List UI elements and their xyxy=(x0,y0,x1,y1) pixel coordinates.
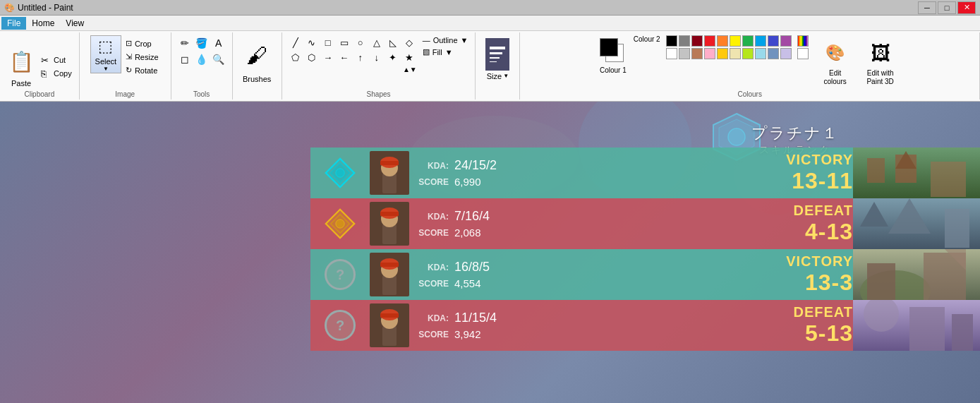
maximize-button[interactable]: □ xyxy=(938,1,956,14)
swatch-cornflower[interactable] xyxy=(768,48,779,59)
outline-dropdown[interactable]: ▼ xyxy=(461,36,468,44)
matches-container: KDA: 24/15/2 SCORE 6,990 VICTORY 13-11 xyxy=(310,148,980,351)
swatch-black[interactable] xyxy=(666,35,677,47)
swatch-gray[interactable] xyxy=(679,35,690,47)
swatch-darkred[interactable] xyxy=(691,35,703,47)
swatch-lavender[interactable] xyxy=(780,48,792,59)
swatch-indigo[interactable] xyxy=(768,35,779,47)
edit-paint3d-button[interactable]: 🖼 Edit with Paint 3D xyxy=(859,35,902,88)
fill-tool[interactable]: 🪣 xyxy=(194,35,210,51)
swatch-red[interactable] xyxy=(704,35,715,47)
match-row-3[interactable]: ? KDA: 16/8/5 SCORE 4,554 xyxy=(310,249,980,300)
ellipse-tool[interactable]: ○ xyxy=(353,35,368,49)
copy-button[interactable]: ⎘ Copy xyxy=(40,68,73,80)
paste-label: Paste xyxy=(11,79,31,88)
match-1-result-score: 13-11 xyxy=(792,168,853,194)
right-arrow-tool[interactable]: → xyxy=(320,50,336,64)
swatch-rainbow[interactable] xyxy=(797,35,809,47)
swatch-brown[interactable] xyxy=(691,48,703,59)
down-arrow-tool[interactable]: ↓ xyxy=(369,50,385,64)
fill-button[interactable]: ▧ Fill ▼ xyxy=(421,47,470,57)
cut-icon: ✂ xyxy=(41,55,52,66)
color-picker-tool[interactable]: 💧 xyxy=(194,52,210,67)
brushes-button[interactable]: 🖌 Brushes xyxy=(238,35,275,85)
cut-button[interactable]: ✂ Cut xyxy=(40,54,73,66)
paste-button[interactable]: 📋 Paste xyxy=(6,44,37,89)
menu-home[interactable]: Home xyxy=(26,17,60,30)
magnify-tool[interactable]: 🔍 xyxy=(211,52,226,67)
size-button[interactable]: Size ▼ xyxy=(481,35,514,83)
canvas-area[interactable]: プラチナ１ スキルランク xyxy=(0,102,980,403)
size-group: Size ▼ xyxy=(476,32,520,100)
svg-rect-9 xyxy=(382,174,397,193)
swatch-green[interactable] xyxy=(742,35,754,47)
match-1-result: VICTORY 13-11 xyxy=(786,152,853,194)
rect-tool[interactable]: □ xyxy=(320,35,336,49)
swatch-lightblue[interactable] xyxy=(755,48,766,59)
rotate-button[interactable]: ↻ Rotate xyxy=(124,65,160,76)
svg-rect-41 xyxy=(380,313,399,318)
up-arrow-tool[interactable]: ↑ xyxy=(353,50,368,64)
swatch-lightgray[interactable] xyxy=(679,48,690,59)
resize-button[interactable]: ⇲ Resize xyxy=(124,52,160,62)
outline-icon: — xyxy=(423,36,430,44)
swatch-cream[interactable] xyxy=(730,48,741,59)
match-3-score: 4,554 xyxy=(454,277,481,289)
star5-tool[interactable]: ★ xyxy=(401,50,417,64)
pentagon-tool[interactable]: ⬠ xyxy=(288,50,303,64)
select-button[interactable]: ⬚ Select ▼ xyxy=(90,35,121,73)
match-row-4[interactable]: ? KDA: 11/15/4 SCORE 3,942 xyxy=(310,300,980,351)
clipboard-small-buttons: ✂ Cut ⎘ Copy xyxy=(40,54,73,80)
curve-tool[interactable]: ∿ xyxy=(304,35,320,49)
match-row-1[interactable]: KDA: 24/15/2 SCORE 6,990 VICTORY 13-11 xyxy=(310,148,980,198)
rounded-rect-tool[interactable]: ▭ xyxy=(337,35,352,49)
line-tool[interactable]: ╱ xyxy=(288,35,303,49)
swatch-pink[interactable] xyxy=(704,48,715,59)
swatch-lime[interactable] xyxy=(742,48,754,59)
title-bar: 🎨 Untitled - Paint ─ □ ✕ xyxy=(0,0,980,16)
swatch-blue[interactable] xyxy=(755,35,766,47)
title-bar-text: Untitled - Paint xyxy=(18,3,73,13)
swatch-white[interactable] xyxy=(666,48,677,59)
star4-tool[interactable]: ✦ xyxy=(385,50,401,64)
shapes-scroll-down[interactable]: ▼ xyxy=(410,66,417,73)
soldier-avatar-1 xyxy=(372,152,407,195)
swatch-extra[interactable] xyxy=(797,48,809,59)
eraser-tool[interactable]: ◻ xyxy=(177,52,193,67)
swatch-purple[interactable] xyxy=(780,35,792,47)
fill-dropdown[interactable]: ▼ xyxy=(445,48,453,56)
ribbon: 📋 Paste ✂ Cut ⎘ Copy Clipboard ⬚ S xyxy=(0,31,980,102)
shapes-group: ╱ ∿ □ ▭ ○ △ ◺ ◇ ⬠ ⬡ → ← ↑ ↓ ✦ ★ xyxy=(282,32,476,100)
kda-label-3: KDA: xyxy=(418,263,449,272)
right-triangle-tool[interactable]: ◺ xyxy=(385,35,401,49)
match-row-2[interactable]: KDA: 7/16/4 SCORE 2,068 DEFEAT 4-13 xyxy=(310,198,980,249)
match-3-avatar xyxy=(370,253,409,296)
image-buttons: ⊡ Crop ⇲ Resize ↻ Rotate xyxy=(124,38,160,76)
edit-colours-button[interactable]: 🎨 Edit colours xyxy=(814,35,857,88)
menu-file[interactable]: File xyxy=(1,17,26,30)
pencil-tool[interactable]: ✏ xyxy=(177,35,193,51)
text-tool[interactable]: A xyxy=(211,35,226,51)
kda-label-2: KDA: xyxy=(418,212,449,222)
triangle-tool[interactable]: △ xyxy=(369,35,385,49)
diamond-tool[interactable]: ◇ xyxy=(401,35,417,49)
close-button[interactable]: ✕ xyxy=(957,1,976,14)
copy-icon: ⎘ xyxy=(41,68,52,79)
score-label-4: SCORE xyxy=(418,330,449,339)
colour-boxes xyxy=(600,38,627,65)
menu-view[interactable]: View xyxy=(60,17,90,30)
swatch-gold[interactable] xyxy=(717,48,728,59)
swatch-orange[interactable] xyxy=(717,35,728,47)
colour1-button[interactable]: Colour 1 xyxy=(600,38,627,75)
left-arrow-tool[interactable]: ← xyxy=(337,50,352,64)
edit-colours-label: Edit colours xyxy=(817,69,854,86)
outline-button[interactable]: — Outline ▼ xyxy=(421,35,470,45)
colour-selector: Colour 1 xyxy=(598,35,628,78)
minimize-button[interactable]: ─ xyxy=(918,1,936,14)
score-label-2: SCORE xyxy=(418,228,449,238)
crop-button[interactable]: ⊡ Crop xyxy=(124,38,160,49)
swatch-yellow[interactable] xyxy=(730,35,741,47)
select-icon: ⬚ xyxy=(98,37,113,56)
shapes-scroll-up[interactable]: ▲ xyxy=(403,66,410,73)
hexagon-tool[interactable]: ⬡ xyxy=(304,50,320,64)
